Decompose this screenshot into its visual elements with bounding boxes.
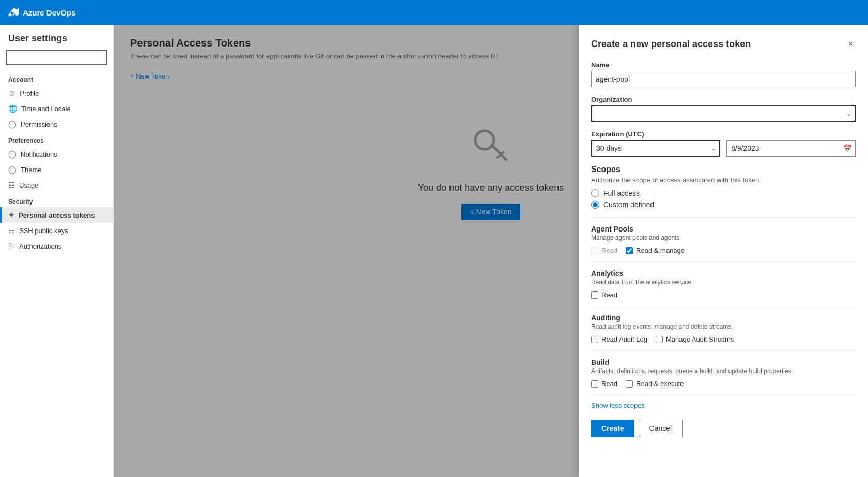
account-section-label: Account (0, 71, 113, 85)
expiration-select[interactable]: 30 days 60 days 90 days 180 days 1 year … (591, 140, 720, 157)
auditing-read-audit-log-label[interactable]: Read Audit Log (591, 335, 647, 343)
build-read-execute-checkbox[interactable] (626, 380, 633, 388)
scope-item-build: Build Artifacts, definitions, requests, … (591, 351, 856, 395)
sidebar-item-usage[interactable]: ☷ Usage (0, 177, 113, 193)
main-layout: User settings Account ☺ Profile 🌐 Time a… (0, 25, 868, 477)
agent-pools-read-checkbox[interactable] (591, 247, 598, 254)
sidebar-item-time-locale[interactable]: 🌐 Time and Locale (0, 101, 113, 116)
build-read-execute-text: Read & execute (636, 380, 684, 388)
sidebar-item-authorizations[interactable]: ⚐ Authorizations (0, 238, 113, 254)
agent-pools-read-manage-checkbox[interactable] (626, 247, 633, 254)
modal-overlay: Create a new personal access token × Nam… (114, 25, 868, 477)
auditing-checkboxes: Read Audit Log Manage Audit Streams (591, 335, 856, 343)
auditing-manage-streams-text: Manage Audit Streams (666, 335, 734, 343)
agent-pools-read-label[interactable]: Read (591, 247, 617, 254)
build-read-checkbox[interactable] (591, 380, 598, 388)
show-less-scopes-link[interactable]: Show less scopes (591, 402, 856, 409)
auth-icon: ⚐ (8, 242, 15, 250)
agent-pools-read-text: Read (601, 247, 617, 254)
preferences-section-label: Preferences (0, 132, 113, 146)
usage-icon: ☷ (8, 181, 15, 189)
search-input[interactable] (6, 50, 107, 65)
create-button[interactable]: Create (591, 420, 634, 437)
analytics-read-label[interactable]: Read (591, 291, 617, 299)
full-access-radio[interactable] (591, 189, 599, 197)
sidebar-item-ssh-public-keys[interactable]: ⚏ SSH public keys (0, 223, 113, 238)
scopes-desc: Authorize the scope of access associated… (591, 176, 856, 184)
sidebar-item-label: Notifications (21, 150, 57, 158)
modal-title: Create a new personal access token (591, 39, 751, 50)
org-label: Organization (591, 96, 856, 103)
sidebar-item-permissions[interactable]: ◯ Permissions (0, 116, 113, 132)
name-field-group: Name (591, 61, 856, 87)
sidebar-item-label: Authorizations (19, 242, 61, 250)
custom-defined-radio[interactable] (591, 201, 599, 209)
analytics-desc: Read data from the analytics service (591, 279, 856, 286)
auditing-manage-streams-checkbox[interactable] (656, 336, 663, 343)
build-desc: Artifacts, definitions, requests, queue … (591, 367, 856, 375)
analytics-read-text: Read (601, 291, 617, 299)
cancel-button[interactable]: Cancel (639, 420, 683, 437)
notifications-icon: ◯ (8, 150, 17, 158)
scopes-title: Scopes (591, 165, 856, 174)
org-select[interactable] (591, 105, 856, 122)
content-area: Personal Access Tokens These can be used… (114, 25, 868, 477)
auditing-manage-streams-label[interactable]: Manage Audit Streams (656, 335, 734, 343)
modal-close-button[interactable]: × (846, 37, 856, 51)
org-select-wrapper: ⌄ (591, 105, 856, 122)
expiration-label: Expiration (UTC) (591, 130, 856, 138)
app-title: Azure DevOps (23, 8, 76, 17)
sidebar-item-theme[interactable]: ◯ Theme (0, 162, 113, 177)
name-input[interactable] (591, 71, 856, 87)
scope-item-analytics: Analytics Read data from the analytics s… (591, 262, 856, 306)
sidebar-item-label: Time and Locale (21, 105, 71, 113)
full-access-label: Full access (603, 189, 640, 197)
analytics-checkboxes: Read (591, 291, 856, 299)
modal-footer: Create Cancel (591, 416, 856, 437)
agent-pools-read-manage-text: Read & manage (636, 247, 685, 254)
theme-icon: ◯ (8, 165, 17, 174)
globe-icon: 🌐 (8, 104, 17, 113)
scope-item-auditing: Auditing Read audit log events, manage a… (591, 306, 856, 351)
sidebar-item-label: Personal access tokens (19, 211, 95, 219)
sidebar-item-label: Profile (20, 89, 39, 97)
custom-defined-radio-label[interactable]: Custom defined (591, 201, 856, 209)
expiration-row: 30 days 60 days 90 days 180 days 1 year … (591, 140, 856, 157)
sidebar-item-label: Theme (21, 166, 41, 174)
agent-pools-title: Agent Pools (591, 225, 856, 233)
scopes-section: Scopes Authorize the scope of access ass… (591, 165, 856, 209)
full-access-radio-label[interactable]: Full access (591, 189, 856, 197)
auditing-read-audit-log-checkbox[interactable] (591, 336, 598, 343)
analytics-read-checkbox[interactable] (591, 291, 598, 299)
topbar: Azure DevOps (0, 0, 868, 25)
date-input-wrapper: 📅 (726, 140, 856, 157)
scopes-radio-group: Full access Custom defined (591, 189, 856, 209)
sidebar-item-profile[interactable]: ☺ Profile (0, 85, 113, 101)
profile-icon: ☺ (8, 89, 16, 97)
permissions-icon: ◯ (8, 120, 17, 128)
auditing-read-audit-log-text: Read Audit Log (601, 335, 647, 343)
agent-pools-read-manage-label[interactable]: Read & manage (626, 247, 685, 254)
sidebar-title: User settings (0, 33, 113, 48)
sidebar-item-personal-access-tokens[interactable]: ✦ Personal access tokens (0, 207, 113, 223)
sidebar: User settings Account ☺ Profile 🌐 Time a… (0, 25, 114, 477)
org-field-group: Organization ⌄ (591, 96, 856, 122)
build-read-label[interactable]: Read (591, 380, 617, 388)
build-read-execute-label[interactable]: Read & execute (626, 380, 684, 388)
auditing-desc: Read audit log events, manage and delete… (591, 323, 856, 330)
sidebar-item-notifications[interactable]: ◯ Notifications (0, 146, 113, 162)
expiration-select-wrapper: 30 days 60 days 90 days 180 days 1 year … (591, 140, 720, 157)
create-token-modal: Create a new personal access token × Nam… (579, 25, 868, 477)
agent-pools-desc: Manage agent pools and agents (591, 234, 856, 241)
custom-defined-label: Custom defined (603, 201, 654, 209)
name-label: Name (591, 61, 856, 69)
scope-items-container: Agent Pools Manage agent pools and agent… (591, 217, 856, 395)
analytics-title: Analytics (591, 269, 856, 278)
expiration-field-group: Expiration (UTC) 30 days 60 days 90 days… (591, 130, 856, 157)
app-logo[interactable]: Azure DevOps (8, 7, 76, 18)
token-icon: ✦ (8, 211, 14, 219)
build-read-text: Read (601, 380, 617, 388)
security-section-label: Security (0, 193, 113, 207)
expiration-date-input[interactable] (726, 140, 856, 157)
sidebar-item-label: SSH public keys (19, 227, 68, 235)
